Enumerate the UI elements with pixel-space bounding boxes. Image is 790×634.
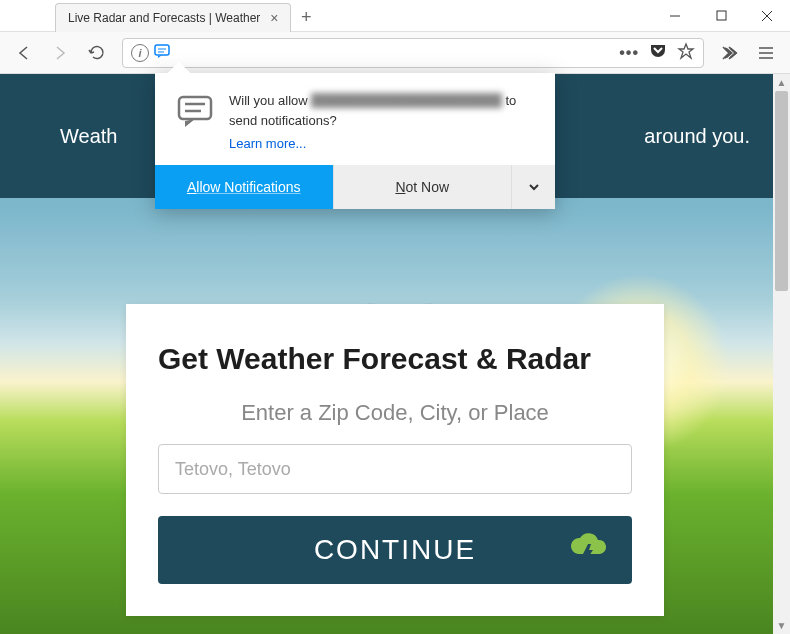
overflow-button[interactable] (714, 37, 746, 69)
not-now-button[interactable]: Not Now (333, 165, 512, 209)
scroll-thumb[interactable] (775, 91, 788, 291)
minimize-button[interactable] (652, 0, 698, 31)
back-button[interactable] (8, 37, 40, 69)
popup-text-container: Will you allow localweatherforecasttrack… (229, 91, 535, 151)
new-tab-button[interactable]: + (291, 3, 321, 31)
forward-button[interactable] (44, 37, 76, 69)
msg-prefix: Will you allow (229, 93, 311, 108)
site-info-icon[interactable]: i (131, 44, 149, 62)
vertical-scrollbar[interactable]: ▲ ▼ (773, 74, 790, 634)
popup-message: Will you allow localweatherforecasttrack… (229, 91, 535, 130)
search-card: Get Weather Forecast & Radar Enter a Zip… (126, 304, 664, 616)
banner-text-right: around you. (644, 125, 750, 148)
titlebar-spacer (0, 0, 55, 31)
popup-body: Will you allow localweatherforecasttrack… (155, 73, 555, 165)
notification-permission-popup: Will you allow localweatherforecasttrack… (155, 73, 555, 209)
scroll-down-icon[interactable]: ▼ (773, 617, 790, 634)
card-subtitle: Enter a Zip Code, City, or Place (158, 400, 632, 426)
cloud-bolt-icon (566, 532, 610, 569)
pocket-icon[interactable] (649, 42, 667, 64)
hamburger-menu-button[interactable] (750, 37, 782, 69)
msg-domain-blurred: localweatherforecasttracker.com (311, 93, 501, 108)
popup-actions: Allow Notifications Not Now (155, 165, 555, 209)
maximize-button[interactable] (698, 0, 744, 31)
browser-toolbar: i ••• (0, 32, 790, 74)
svg-rect-10 (179, 97, 211, 119)
window-controls (652, 0, 790, 31)
window-titlebar: Live Radar and Forecasts | Weather × + (0, 0, 790, 32)
close-icon[interactable]: × (266, 10, 282, 26)
tab-title: Live Radar and Forecasts | Weather (68, 11, 260, 25)
scroll-up-icon[interactable]: ▲ (773, 74, 790, 91)
url-bar-actions: ••• (619, 42, 695, 64)
notification-icon (175, 91, 215, 131)
card-title: Get Weather Forecast & Radar (158, 342, 632, 376)
banner-text-left: Weath (60, 125, 117, 148)
notnow-underline: N (395, 179, 405, 195)
address-bar[interactable]: i ••• (122, 38, 704, 68)
bookmark-icon[interactable] (677, 42, 695, 64)
continue-label: CONTINUE (314, 534, 476, 566)
svg-rect-4 (155, 45, 169, 55)
dropdown-chevron-button[interactable] (511, 165, 555, 209)
continue-button[interactable]: CONTINUE (158, 516, 632, 584)
reload-button[interactable] (80, 37, 112, 69)
learn-more-link[interactable]: Learn more... (229, 136, 535, 151)
close-window-button[interactable] (744, 0, 790, 31)
location-input[interactable] (158, 444, 632, 494)
svg-rect-1 (717, 11, 726, 20)
notnow-rest: ot Now (406, 179, 450, 195)
permission-icon[interactable] (153, 42, 171, 64)
browser-tab[interactable]: Live Radar and Forecasts | Weather × (55, 3, 291, 32)
allow-notifications-button[interactable]: Allow Notifications (155, 165, 333, 209)
page-actions-icon[interactable]: ••• (619, 44, 639, 62)
